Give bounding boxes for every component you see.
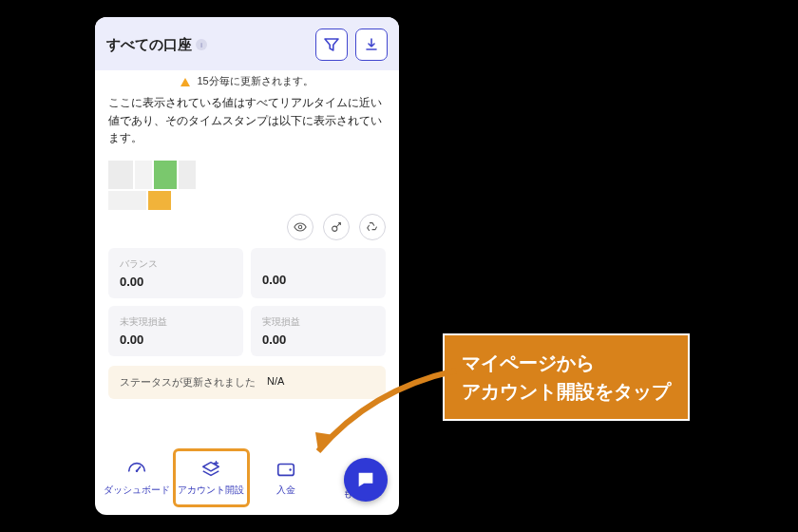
callout-line-1: マイページから (462, 349, 671, 377)
blank-card: 0.00 (251, 248, 386, 298)
nav-open-account-label: アカウント開設 (178, 484, 244, 497)
page-title-text: すべての口座 (106, 36, 192, 54)
status-row: ステータスが更新されました N/A (108, 366, 386, 399)
balance-card: バランス 0.00 (108, 248, 243, 298)
phone-frame: すべての口座 i 15分毎に更新されます。 ここに表示されている値はすべてリアル… (95, 17, 399, 515)
download-icon (364, 37, 379, 52)
download-button[interactable] (355, 28, 388, 61)
info-icon[interactable]: i (196, 39, 207, 50)
recycle-icon (366, 220, 379, 234)
svg-point-4 (289, 468, 291, 470)
page-title: すべての口座 i (106, 36, 207, 54)
blank-value: 0.00 (262, 273, 374, 287)
status-value: N/A (267, 375, 284, 390)
recycle-button[interactable] (359, 214, 386, 240)
gauge-icon (126, 459, 147, 480)
svg-point-2 (135, 470, 138, 473)
svg-point-0 (298, 225, 302, 229)
header-bar: すべての口座 i (95, 17, 399, 70)
refresh-notice: 15分毎に更新されます。 (95, 70, 399, 94)
status-label: ステータスが更新されました (120, 375, 256, 390)
refresh-text: 15分毎に更新されます。 (197, 75, 313, 86)
chat-icon (355, 469, 376, 490)
nav-open-account[interactable]: アカウント開設 (173, 448, 251, 507)
nav-deposit[interactable]: 入金 (250, 448, 322, 507)
nav-deposit-label: 入金 (276, 484, 295, 497)
key-button[interactable] (323, 214, 350, 240)
chat-fab[interactable] (344, 458, 388, 502)
redacted-block (108, 161, 386, 189)
main-content: バランス 0.00 0.00 未実現損益 0.00 実現損益 0.00 ステータ… (95, 153, 399, 445)
account-actions (108, 214, 386, 240)
visibility-button[interactable] (287, 214, 314, 240)
nav-dashboard-label: ダッシュボード (104, 484, 170, 497)
eye-icon (294, 220, 307, 234)
realized-label: 実現損益 (262, 315, 374, 329)
callout-line-2: アカウント開設をタップ (462, 377, 671, 406)
balance-value: 0.00 (120, 275, 232, 289)
nav-dashboard[interactable]: ダッシュボード (101, 448, 173, 507)
layers-plus-icon (200, 459, 221, 480)
filter-button[interactable] (315, 28, 348, 61)
header-actions (315, 28, 388, 61)
realized-card: 実現損益 0.00 (251, 306, 386, 356)
unrealized-card: 未実現損益 0.00 (108, 306, 243, 356)
balance-label: バランス (120, 257, 232, 271)
wallet-icon (276, 459, 296, 480)
realized-value: 0.00 (262, 332, 374, 347)
unrealized-label: 未実現損益 (120, 315, 232, 329)
warning-icon (180, 78, 190, 86)
description-text: ここに表示されている値はすべてリアルタイムに近い値であり、そのタイムスタンプは以… (95, 94, 399, 153)
stats-grid: バランス 0.00 0.00 未実現損益 0.00 実現損益 0.00 (108, 248, 386, 356)
blank-label (262, 257, 374, 269)
instruction-callout: マイページから アカウント開設をタップ (443, 333, 690, 421)
redacted-block-2 (108, 191, 386, 210)
key-icon (330, 220, 343, 234)
unrealized-value: 0.00 (120, 332, 232, 347)
funnel-icon (324, 37, 339, 52)
